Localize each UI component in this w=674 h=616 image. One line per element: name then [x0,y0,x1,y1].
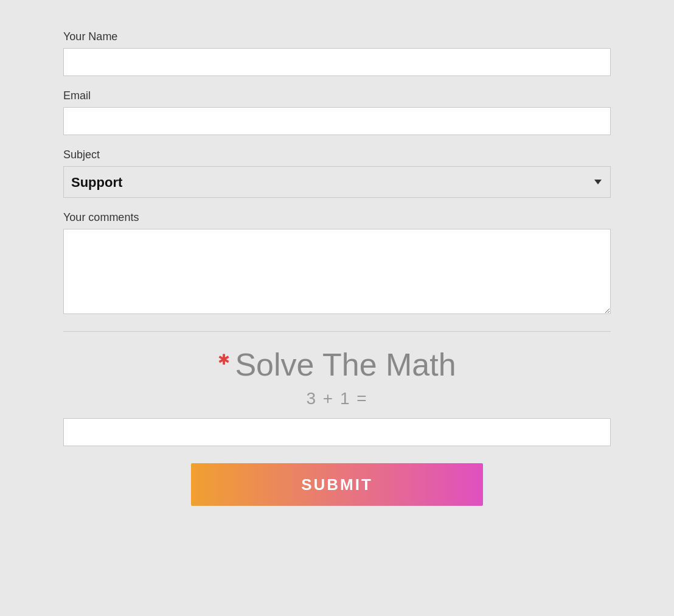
subject-field-group: Subject Support General Billing Technica… [63,149,611,198]
submit-button[interactable]: SUBMIT [191,463,483,506]
name-input[interactable] [63,48,611,76]
math-answer-input[interactable] [63,418,611,446]
comments-label: Your comments [63,211,611,224]
email-label: Email [63,89,611,102]
math-captcha-section: ✱ Solve The Math 3 + 1 = [63,346,611,446]
math-title-text: Solve The Math [235,346,456,383]
math-equation: 3 + 1 = [63,389,611,408]
comments-field-group: Your comments [63,211,611,317]
math-title-container: ✱ Solve The Math [63,346,611,383]
required-asterisk-icon: ✱ [218,351,230,368]
email-input[interactable] [63,107,611,135]
section-divider [63,331,611,332]
subject-label: Subject [63,149,611,161]
name-field-group: Your Name [63,30,611,76]
contact-form: Your Name Email Subject Support General … [39,12,635,524]
subject-select[interactable]: Support General Billing Technical [63,166,611,198]
email-field-group: Email [63,89,611,135]
comments-textarea[interactable] [63,229,611,314]
name-label: Your Name [63,30,611,43]
